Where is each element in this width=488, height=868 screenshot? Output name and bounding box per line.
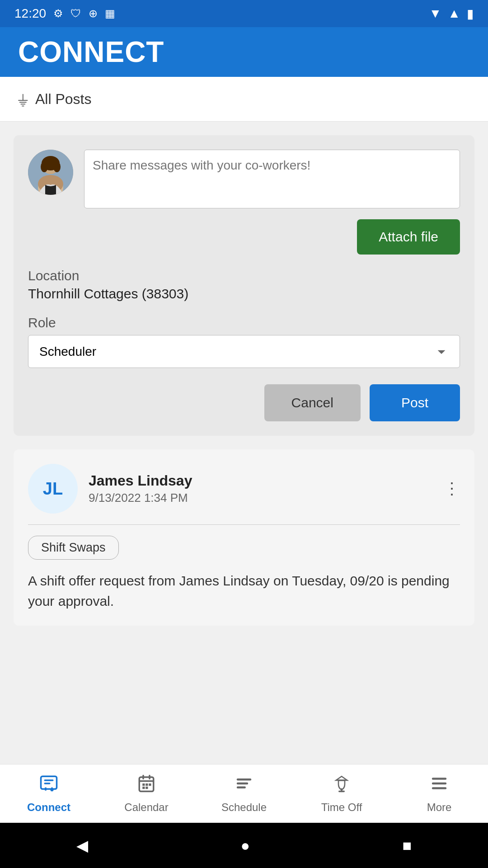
user-avatar [28, 150, 73, 195]
action-buttons: Cancel Post [28, 384, 460, 421]
post-tag[interactable]: Shift Swaps [28, 536, 119, 560]
svg-point-6 [53, 161, 61, 172]
home-button[interactable]: ● [240, 837, 250, 854]
timeoff-label: Time Off [321, 801, 362, 814]
post-divider [28, 524, 460, 525]
filter-bar[interactable]: ⏚ All Posts [0, 77, 488, 122]
post-author: James Lindsay [89, 472, 192, 489]
role-select[interactable]: Scheduler Manager Employee [28, 335, 460, 368]
svg-rect-14 [145, 783, 148, 786]
calendar-label: Calendar [124, 801, 168, 814]
nav-timeoff[interactable]: Time Off [293, 764, 390, 823]
svg-point-5 [41, 161, 48, 172]
gear-status-icon: ⚙ [53, 7, 63, 20]
post-card: JL James Lindsay 9/13/2022 1:34 PM ⋮ Shi… [14, 449, 474, 626]
role-section: Role Scheduler Manager Employee [28, 315, 460, 368]
location-label: Location [28, 268, 460, 283]
connect-label: Connect [27, 801, 70, 814]
at-status-icon: ⊕ [89, 7, 98, 20]
wifi-icon: ▼ [429, 6, 442, 21]
more-label: More [427, 801, 452, 814]
composer-card: Attach file Location Thornhill Cottages … [14, 135, 474, 436]
main-content: Attach file Location Thornhill Cottages … [0, 122, 488, 818]
attach-file-button[interactable]: Attach file [357, 219, 460, 255]
battery-icon: ▮ [467, 6, 474, 21]
svg-rect-15 [149, 783, 151, 786]
nav-calendar[interactable]: Calendar [98, 764, 195, 823]
recent-button[interactable]: ■ [403, 837, 412, 854]
connect-icon [39, 774, 58, 797]
bottom-nav: Connect Calendar Sched [0, 764, 488, 823]
post-content: A shift offer request from James Lindsay… [28, 571, 460, 611]
svg-rect-13 [142, 783, 145, 786]
post-header: JL James Lindsay 9/13/2022 1:34 PM ⋮ [28, 464, 460, 514]
nav-connect[interactable]: Connect [0, 764, 98, 823]
shield-status-icon: 🛡 [70, 7, 81, 20]
cancel-button[interactable]: Cancel [264, 384, 361, 421]
post-button[interactable]: Post [370, 384, 460, 421]
location-value: Thornhill Cottages (38303) [28, 286, 460, 302]
nav-more[interactable]: More [390, 764, 488, 823]
app-header: CONNECT [0, 27, 488, 77]
back-button[interactable]: ◀ [76, 836, 88, 854]
more-icon [430, 774, 449, 797]
svg-rect-16 [142, 787, 145, 789]
schedule-label: Schedule [221, 801, 267, 814]
timeoff-icon [332, 774, 351, 797]
calendar-icon [137, 774, 156, 797]
clipboard-status-icon: ▦ [105, 7, 115, 20]
status-bar: 12:20 ⚙ 🛡 ⊕ ▦ ▼ ▲ ▮ [0, 0, 488, 27]
android-nav: ◀ ● ■ [0, 823, 488, 868]
filter-label: All Posts [35, 91, 91, 108]
svg-point-8 [51, 788, 54, 791]
location-section: Location Thornhill Cottages (38303) [28, 268, 460, 302]
signal-icon: ▲ [448, 6, 460, 21]
schedule-icon [235, 774, 253, 797]
nav-schedule[interactable]: Schedule [195, 764, 293, 823]
more-options-icon[interactable]: ⋮ [444, 479, 460, 498]
role-label: Role [28, 315, 460, 330]
post-avatar: JL [28, 464, 78, 514]
message-input[interactable] [84, 150, 460, 208]
post-time: 9/13/2022 1:34 PM [89, 491, 192, 505]
svg-rect-17 [145, 787, 148, 789]
status-time: 12:20 [14, 6, 46, 21]
filter-icon: ⏚ [18, 90, 28, 108]
app-title: CONNECT [18, 35, 164, 69]
